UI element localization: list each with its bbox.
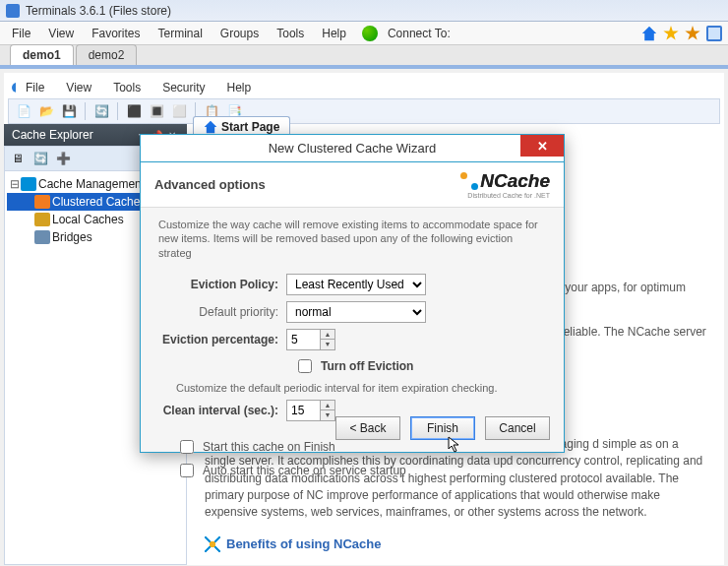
menu-help[interactable]: Help	[314, 25, 354, 42]
default-priority-label: Default priority:	[158, 305, 286, 319]
nc-menu-view[interactable]: View	[56, 79, 101, 96]
menu-groups[interactable]: Groups	[212, 25, 267, 42]
tab-demo1[interactable]: demo1	[10, 44, 74, 65]
tab-demo2[interactable]: demo2	[76, 44, 138, 65]
ncache-menu: File View Tools Security Help	[16, 77, 724, 98]
wizard-dialog: New Clustered Cache Wizard ✕ Advanced op…	[140, 134, 565, 453]
local-caches-icon	[34, 213, 50, 226]
menu-tools[interactable]: Tools	[269, 25, 312, 42]
benefit-link[interactable]: Benefits of using NCache	[226, 535, 381, 554]
tree-item-label: Clustered Caches	[52, 195, 146, 209]
tab-label: Start Page	[221, 120, 279, 134]
eviction-policy-label: Eviction Policy:	[158, 278, 286, 291]
close-button[interactable]: ✕	[520, 135, 564, 157]
terminals-menu: File View Favorites Terminal Groups Tool…	[0, 22, 728, 45]
terminals-app-icon	[6, 4, 20, 18]
benefit-icon	[205, 536, 220, 552]
explorer-refresh-icon[interactable]: 🔄	[30, 149, 50, 168]
auto-start-checkbox[interactable]	[180, 464, 194, 477]
menu-view[interactable]: View	[40, 25, 82, 42]
home-icon	[204, 120, 217, 134]
tree-item-label: Local Caches	[52, 213, 124, 226]
tree-item-label: Bridges	[52, 230, 92, 244]
explorer-title-text: Cache Explorer	[12, 128, 93, 142]
spin-up-icon[interactable]: ▲	[321, 330, 334, 340]
favorite-icon[interactable]	[663, 26, 679, 41]
menu-favorites[interactable]: Favorites	[84, 25, 148, 42]
toolbar-a-icon[interactable]: ⬛	[124, 101, 144, 121]
eviction-percentage-input[interactable]	[286, 329, 320, 350]
finish-button[interactable]: Finish	[410, 416, 475, 440]
menu-terminal[interactable]: Terminal	[151, 25, 211, 42]
toolbar-refresh-icon[interactable]: 🔄	[91, 101, 111, 121]
turn-off-eviction-checkbox[interactable]	[298, 359, 312, 373]
explorer-add-icon[interactable]: ➕	[53, 149, 73, 168]
toolbar-new-icon[interactable]: 📄	[14, 101, 33, 121]
dialog-title: New Clustered Cache Wizard	[269, 141, 437, 156]
tree-root-label: Cache Management	[38, 177, 145, 191]
eviction-policy-select[interactable]: Least Recently Used	[286, 274, 426, 295]
auto-start-label: Auto start this cache on service startup	[203, 464, 406, 477]
home-icon[interactable]	[641, 26, 657, 41]
nc-menu-security[interactable]: Security	[152, 79, 214, 96]
favorite-alt-icon[interactable]	[685, 26, 700, 41]
spinner-buttons[interactable]: ▲▼	[320, 329, 335, 350]
spin-down-icon[interactable]: ▼	[321, 340, 334, 349]
ncache-logo-icon	[460, 172, 478, 190]
terminals-tabs: demo1 demo2	[0, 45, 728, 69]
explorer-connect-icon[interactable]: 🖥	[8, 149, 28, 168]
cancel-button[interactable]: Cancel	[485, 416, 550, 440]
toolbar-open-icon[interactable]: 📂	[36, 101, 56, 121]
clean-interval-label: Clean interval (sec.):	[158, 404, 286, 417]
go-icon[interactable]	[362, 26, 378, 41]
dialog-section-title: Advanced options	[154, 177, 266, 192]
toolbar-b-icon[interactable]: 🔳	[147, 101, 166, 121]
layout-icon[interactable]	[706, 26, 722, 41]
ncache-logo-subtitle: Distributed Cache for .NET	[467, 192, 550, 199]
nc-menu-help[interactable]: Help	[217, 79, 262, 96]
cache-mgmt-icon	[21, 177, 36, 191]
nc-menu-file[interactable]: File	[16, 79, 54, 96]
ncache-logo-text: NCache	[480, 170, 550, 192]
turn-off-eviction-label: Turn off Eviction	[321, 359, 413, 373]
terminals-titlebar: Terminals 3.6.1 (Files store)	[0, 0, 728, 22]
bridges-icon	[34, 230, 50, 244]
spinner-buttons[interactable]: ▲▼	[320, 400, 335, 421]
collapse-icon[interactable]: ⊟	[9, 177, 21, 191]
toolbar-save-icon[interactable]: 💾	[59, 101, 79, 121]
eviction-percentage-label: Eviction percentage:	[158, 333, 286, 346]
dialog-description: Customize the way cache will remove exis…	[158, 218, 546, 260]
spin-down-icon[interactable]: ▼	[321, 410, 334, 420]
menu-file[interactable]: File	[4, 25, 38, 42]
dialog-header: Advanced options NCache Distributed Cach…	[141, 162, 564, 208]
ncache-logo: NCache Distributed Cache for .NET	[460, 167, 550, 203]
start-on-finish-checkbox[interactable]	[180, 440, 194, 454]
terminals-title-text: Terminals 3.6.1 (Files store)	[26, 4, 171, 18]
spin-up-icon[interactable]: ▲	[321, 401, 334, 410]
back-button[interactable]: < Back	[335, 416, 400, 440]
nc-menu-tools[interactable]: Tools	[103, 79, 151, 96]
toolbar-c-icon[interactable]: ⬜	[169, 101, 189, 121]
clean-interval-input[interactable]	[286, 400, 320, 421]
clustered-caches-icon	[34, 195, 50, 209]
start-on-finish-label: Start this cache on Finish	[203, 440, 335, 454]
default-priority-select[interactable]: normal	[286, 301, 426, 323]
ncache-toolbar: 📄 📂 💾 🔄 ⬛ 🔳 ⬜ 📋 📑	[8, 98, 720, 124]
dialog-description-2: Customize the default periodic interval …	[176, 382, 546, 394]
dialog-titlebar[interactable]: New Clustered Cache Wizard ✕	[141, 135, 564, 162]
connect-to-label: Connect To:	[388, 27, 451, 40]
